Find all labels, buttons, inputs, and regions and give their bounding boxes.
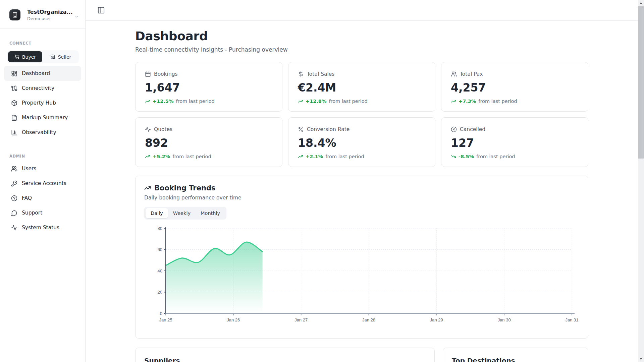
activity-icon [11,225,17,231]
seller-toggle-button[interactable]: Seller [44,51,78,62]
svg-text:60: 60 [158,247,162,252]
percent-icon [298,126,304,132]
stat-card-total-sales: Total Sales €2.4M +12.8% from last perio… [288,62,435,112]
package-icon [11,100,17,106]
top-destinations-card: Top Destinations [443,348,588,362]
svg-text:Jan 27: Jan 27 [294,317,308,322]
trend-period-tabs: Daily Weekly Monthly [144,207,226,220]
sidebar-item-label: Connectivity [22,85,54,91]
sidebar-item-observability[interactable]: Observability [4,125,81,140]
svg-text:0: 0 [160,311,162,316]
connect-section-label: CONNECT [0,41,85,46]
trending-up-icon [145,154,150,159]
sidebar-item-support[interactable]: Support [4,205,81,220]
stat-trend-percent: +5.2% [153,154,170,159]
sidebar-item-property-hub[interactable]: Property Hub [4,96,81,110]
users-icon [451,71,457,77]
sidebar-item-markup-summary[interactable]: Markup Summary [4,110,81,125]
stat-trend-percent: +12.5% [153,99,173,104]
sidebar-item-label: Property Hub [22,100,56,106]
svg-text:Jan 26: Jan 26 [227,317,240,322]
stat-label: Cancelled [460,126,485,132]
svg-text:Jan 25: Jan 25 [159,317,172,322]
main-area: Dashboard Real-time connectivity insight… [86,0,638,362]
suppliers-title: Suppliers [144,357,426,362]
stat-trend-suffix: from last period [476,154,515,159]
svg-text:40: 40 [158,268,162,274]
booking-trends-title: Booking Trends [154,184,215,192]
page-title: Dashboard [135,29,588,43]
sidebar-item-label: Markup Summary [22,115,68,121]
stat-trend-suffix: from last period [329,99,367,104]
users-icon [11,166,17,172]
stat-label: Quotes [154,126,172,132]
sidebar-item-dashboard[interactable]: Dashboard [4,66,81,81]
stat-trend-suffix: from last period [176,99,214,104]
connect-nav: Dashboard Connectivity Property Hub Mark… [0,66,85,140]
cable-icon [11,85,17,92]
circle-x-icon [451,126,457,132]
sidebar-toggle-button[interactable] [95,4,107,16]
scrollbar-up-arrow[interactable] [638,0,644,6]
main-header [86,0,638,21]
activity-icon [145,126,151,132]
stat-value: 892 [145,136,273,149]
stat-trend-suffix: from last period [325,154,364,159]
tab-weekly[interactable]: Weekly [168,208,196,218]
bottom-cards: Suppliers Top Destinations [135,348,588,362]
role-toggle: Buyer Seller [7,50,79,63]
panel-left-icon [97,6,105,14]
tab-daily[interactable]: Daily [146,208,168,218]
trending-up-icon [145,99,150,104]
vertical-scrollbar[interactable] [638,0,644,362]
admin-section-label: ADMIN [0,154,85,159]
sidebar-item-system-status[interactable]: System Status [4,220,81,235]
stat-trend-percent: +12.8% [306,99,326,104]
svg-text:20: 20 [158,290,162,295]
org-switcher[interactable]: TestOrganiza... Demo user [0,0,85,29]
stat-value: 127 [451,136,579,149]
sidebar-item-label: Dashboard [22,70,50,76]
sidebar-item-faq[interactable]: FAQ [4,191,81,205]
booking-trends-subtitle: Daily booking performance over time [144,195,579,201]
sidebar-item-label: FAQ [22,195,32,201]
building-icon [12,12,18,18]
stat-trend-percent: +7.3% [459,99,476,104]
key-icon [11,180,17,187]
stat-label: Total Pax [460,71,483,77]
svg-text:Jan 31: Jan 31 [565,317,578,322]
sidebar-item-users[interactable]: Users [4,161,81,176]
page-subtitle: Real-time connectivity insights - Purcha… [135,46,588,53]
svg-text:Jan 28: Jan 28 [362,317,375,322]
scrollbar-down-arrow[interactable] [638,356,644,362]
chevron-down-icon[interactable] [74,14,79,19]
top-destinations-title: Top Destinations [452,357,579,362]
seller-label: Seller [58,54,71,60]
org-name: TestOrganiza... [27,9,73,15]
shopping-cart-icon [14,54,19,59]
dollar-icon [298,71,304,77]
sidebar-item-label: System Status [22,225,59,231]
sidebar-item-service-accounts[interactable]: Service Accounts [4,176,81,191]
stat-label: Conversion Rate [307,126,350,132]
tab-monthly[interactable]: Monthly [196,208,225,218]
stat-value: €2.4M [298,81,426,94]
org-subtitle: Demo user [27,16,73,21]
message-circle-icon [11,210,17,216]
store-icon [50,54,55,59]
page-content: Dashboard Real-time connectivity insight… [135,21,588,362]
svg-text:80: 80 [158,226,162,231]
chart-column-icon [11,129,17,136]
stat-value: 4,257 [451,81,579,94]
file-text-icon [11,115,17,121]
sidebar-item-label: Users [22,166,36,172]
calendar-icon [145,71,151,77]
buyer-toggle-button[interactable]: Buyer [8,51,42,62]
admin-nav: Users Service Accounts FAQ Support Syste… [0,161,85,235]
scrollbar-thumb[interactable] [638,6,644,159]
booking-trends-card: Booking Trends Daily booking performance… [135,176,588,339]
stats-grid: Bookings 1,647 +12.5% from last period [135,62,588,167]
sidebar: TestOrganiza... Demo user CONNECT Buyer … [0,0,86,362]
sidebar-item-connectivity[interactable]: Connectivity [4,81,81,96]
stat-trend-percent: +2.1% [306,154,323,159]
